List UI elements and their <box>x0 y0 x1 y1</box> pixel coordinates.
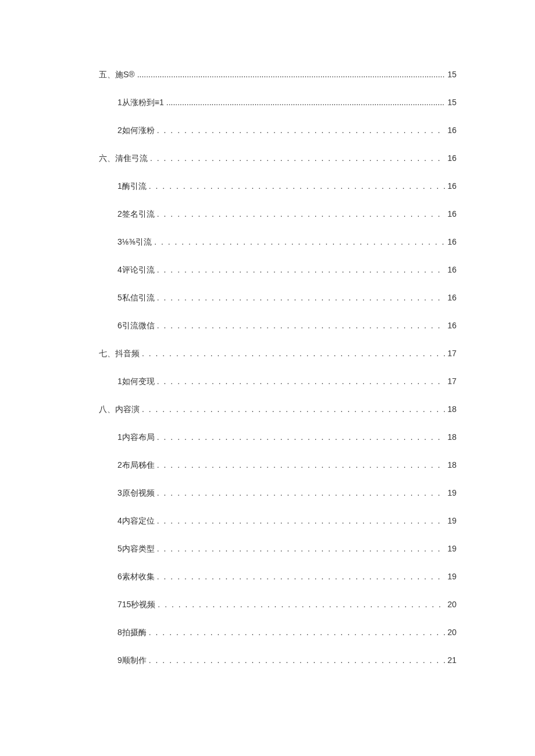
toc-leader <box>157 126 445 135</box>
toc-entry: 715秒视频20 <box>99 600 456 610</box>
toc-entry: 3⅛⅜引流16 <box>99 237 456 248</box>
toc-label: 4评论引流 <box>117 265 155 275</box>
toc-label: 5私信引流 <box>117 293 155 303</box>
toc-page-number: 16 <box>447 126 456 135</box>
toc-label: 1如何变现 <box>117 377 155 387</box>
toc-page-number: 20 <box>447 600 456 609</box>
toc-entry: 6素材收集19 <box>99 572 456 582</box>
toc-page-number: 19 <box>447 488 456 497</box>
toc-page-number: 18 <box>447 404 456 414</box>
toc-leader <box>137 70 445 79</box>
toc-leader <box>142 349 445 358</box>
toc-entry: 1内容布局18 <box>99 432 456 443</box>
toc-entry: 2布局秭隹18 <box>99 460 456 471</box>
toc-label: 1从涨粉到≡1 <box>117 98 164 108</box>
toc-leader <box>157 377 445 386</box>
toc-entry: 七、抖音频17 <box>99 349 456 359</box>
toc-page-number: 15 <box>447 70 456 79</box>
toc-leader <box>158 600 445 609</box>
toc-leader <box>149 655 445 665</box>
toc-label: 2签名引流 <box>117 209 155 220</box>
toc-leader <box>150 153 445 163</box>
toc-label: 八、内容演 <box>99 404 140 415</box>
toc-page-number: 16 <box>447 153 456 163</box>
toc-label: 3原创视频 <box>117 488 155 499</box>
toc-label: 1酶引流 <box>117 181 147 192</box>
toc-entry: 2如何涨粉16 <box>99 126 456 136</box>
toc-label: 4内容定位 <box>117 516 155 526</box>
toc-entry: 1从涨粉到≡115 <box>99 98 456 108</box>
toc-page-number: 16 <box>447 321 456 330</box>
toc-entry: 六、清隹弓流16 <box>99 153 456 164</box>
toc-page-number: 15 <box>447 98 456 107</box>
toc-leader <box>154 237 445 246</box>
toc-entry: 八、内容演18 <box>99 404 456 415</box>
toc-page-number: 16 <box>447 209 456 218</box>
toc-leader <box>157 544 445 553</box>
toc-label: 3⅛⅜引流 <box>117 237 152 248</box>
toc-page-number: 19 <box>447 572 456 581</box>
toc-entry: 1如何变现17 <box>99 377 456 387</box>
toc-label: 6素材收集 <box>117 572 155 582</box>
toc-leader <box>149 181 445 191</box>
toc-leader <box>157 516 445 525</box>
toc-page-number: 21 <box>447 655 456 665</box>
toc-entry: 6引流微信16 <box>99 321 456 331</box>
toc-page-number: 16 <box>447 237 456 246</box>
table-of-contents: 五、施S®151从涨粉到≡1152如何涨粉16六、清隹弓流161酶引流162签名… <box>99 70 456 666</box>
toc-page-number: 18 <box>447 432 456 442</box>
toc-label: 8拍摄酶 <box>117 628 147 638</box>
toc-entry: 5内容类型19 <box>99 544 456 554</box>
toc-page-number: 16 <box>447 293 456 302</box>
toc-leader <box>166 98 445 107</box>
toc-entry: 9顺制作21 <box>99 655 456 666</box>
toc-label: 2布局秭隹 <box>117 460 155 471</box>
toc-leader <box>157 209 445 218</box>
toc-page-number: 17 <box>447 377 456 386</box>
toc-leader <box>142 404 445 414</box>
toc-page-number: 18 <box>447 460 456 470</box>
toc-entry: 五、施S®15 <box>99 70 456 80</box>
toc-leader <box>157 432 445 442</box>
toc-entry: 2签名引流16 <box>99 209 456 220</box>
toc-page-number: 16 <box>447 265 456 274</box>
toc-leader <box>157 460 445 470</box>
toc-entry: 3原创视频19 <box>99 488 456 499</box>
toc-leader <box>157 488 445 497</box>
toc-leader <box>157 265 445 274</box>
toc-leader <box>149 628 445 637</box>
toc-label: 五、施S® <box>99 70 135 80</box>
toc-page-number: 16 <box>447 181 456 191</box>
toc-entry: 4评论引流16 <box>99 265 456 275</box>
toc-entry: 4内容定位19 <box>99 516 456 526</box>
toc-label: 2如何涨粉 <box>117 126 155 136</box>
toc-page-number: 19 <box>447 516 456 525</box>
toc-entry: 1酶引流16 <box>99 181 456 192</box>
toc-entry: 8拍摄酶20 <box>99 628 456 638</box>
toc-leader <box>157 321 445 330</box>
toc-page-number: 17 <box>447 349 456 358</box>
toc-label: 1内容布局 <box>117 432 155 443</box>
toc-entry: 5私信引流16 <box>99 293 456 303</box>
toc-label: 715秒视频 <box>117 600 155 610</box>
toc-label: 9顺制作 <box>117 655 147 666</box>
toc-label: 5内容类型 <box>117 544 155 554</box>
toc-label: 6引流微信 <box>117 321 155 331</box>
toc-page-number: 20 <box>447 628 456 637</box>
toc-label: 六、清隹弓流 <box>99 153 148 164</box>
toc-label: 七、抖音频 <box>99 349 140 359</box>
toc-page-number: 19 <box>447 544 456 553</box>
toc-leader <box>157 293 445 302</box>
toc-leader <box>157 572 445 581</box>
